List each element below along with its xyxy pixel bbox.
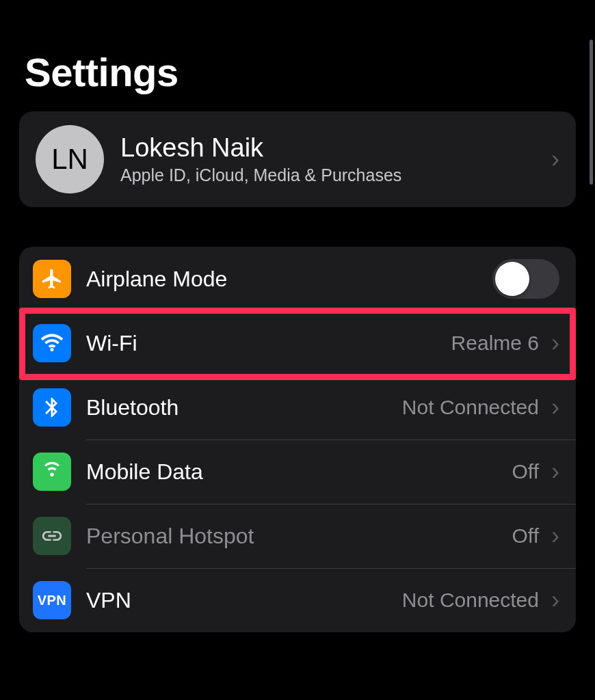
page-title: Settings bbox=[0, 0, 595, 111]
wifi-icon bbox=[33, 324, 71, 362]
cellular-icon bbox=[33, 453, 71, 491]
row-vpn[interactable]: VPN VPN Not Connected › bbox=[19, 568, 576, 632]
row-value: Not Connected bbox=[402, 396, 539, 419]
settings-group-network: Airplane Mode Wi-Fi Realme 6 › Bluetooth… bbox=[19, 247, 576, 632]
row-label: Mobile Data bbox=[86, 459, 500, 485]
row-label: Personal Hotspot bbox=[86, 524, 500, 549]
chevron-right-icon: › bbox=[551, 522, 559, 550]
chevron-right-icon: › bbox=[551, 586, 559, 615]
row-airplane-mode[interactable]: Airplane Mode bbox=[19, 247, 576, 311]
row-value: Realme 6 bbox=[451, 332, 539, 355]
row-label: Wi-Fi bbox=[86, 331, 439, 356]
row-label: VPN bbox=[86, 588, 390, 613]
row-mobile-data[interactable]: Mobile Data Off › bbox=[19, 440, 576, 504]
row-wifi[interactable]: Wi-Fi Realme 6 › bbox=[19, 311, 576, 375]
airplane-icon bbox=[33, 260, 71, 298]
link-icon bbox=[33, 517, 71, 555]
vpn-icon: VPN bbox=[33, 581, 71, 619]
row-value: Off bbox=[512, 524, 539, 548]
profile-row[interactable]: LN Lokesh Naik Apple ID, iCloud, Media &… bbox=[19, 111, 576, 207]
avatar: LN bbox=[36, 125, 104, 193]
profile-subtitle: Apple ID, iCloud, Media & Purchases bbox=[120, 165, 535, 185]
vpn-badge-text: VPN bbox=[38, 593, 67, 608]
row-value: Off bbox=[512, 460, 539, 483]
airplane-toggle[interactable] bbox=[492, 259, 559, 299]
row-bluetooth[interactable]: Bluetooth Not Connected › bbox=[19, 375, 576, 440]
row-label: Airplane Mode bbox=[86, 267, 480, 292]
profile-text: Lokesh Naik Apple ID, iCloud, Media & Pu… bbox=[120, 133, 535, 185]
row-value: Not Connected bbox=[402, 589, 539, 612]
scrollbar[interactable] bbox=[590, 40, 593, 185]
profile-name: Lokesh Naik bbox=[120, 133, 535, 163]
row-personal-hotspot[interactable]: Personal Hotspot Off › bbox=[19, 504, 576, 568]
toggle-knob bbox=[495, 262, 529, 296]
chevron-right-icon: › bbox=[551, 393, 559, 422]
row-label: Bluetooth bbox=[86, 395, 390, 420]
chevron-right-icon: › bbox=[551, 329, 559, 358]
bluetooth-icon bbox=[33, 388, 71, 427]
chevron-right-icon: › bbox=[551, 145, 559, 174]
chevron-right-icon: › bbox=[551, 457, 559, 486]
